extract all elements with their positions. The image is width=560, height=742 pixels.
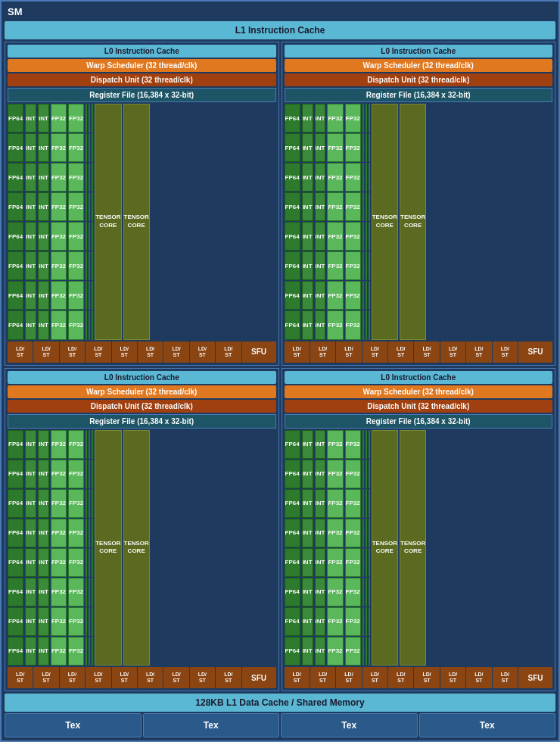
tex-cell-2: Tex	[143, 713, 280, 737]
tensor-pair-tl: TENSORCORE TENSORCORE	[95, 104, 140, 340]
dispatch-unit-tr: Dispatch Unit (32 thread/clk)	[285, 73, 553, 86]
fp32-cell: FP32	[68, 251, 84, 280]
int-cell: INT	[25, 251, 36, 280]
int-cell: INT	[25, 192, 36, 221]
fp64-cell: FP64	[8, 192, 23, 221]
register-file-tl: Register File (16,384 x 32-bit)	[8, 88, 276, 102]
l0-cache-br: L0 Instruction Cache	[285, 371, 553, 384]
int-cell: INT	[38, 281, 49, 310]
int-cell: INT	[25, 222, 36, 251]
ld-st-cell: LD/ST	[8, 341, 33, 363]
tensor-core-1-tr: TENSORCORE	[372, 104, 398, 340]
sfu-cell-bl: SFU	[242, 667, 276, 688]
core-area-br: FP64 FP64 FP64 FP64 FP64 FP64 FP64 FP64 …	[285, 430, 553, 666]
fp32-cell: FP32	[68, 192, 84, 221]
core-area-bl: FP64 FP64 FP64 FP64 FP64 FP64 FP64 FP64 …	[8, 430, 276, 666]
ld-st-cell: LD/ST	[190, 341, 215, 363]
fp32-cell: FP32	[68, 104, 84, 132]
green-cell	[92, 104, 93, 132]
green-cell	[89, 192, 90, 221]
green-cell	[86, 310, 87, 339]
dispatch-unit-br: Dispatch Unit (32 thread/clk)	[285, 400, 553, 413]
fp64-cell: FP64	[8, 222, 23, 251]
fp32-cell: FP32	[68, 310, 84, 339]
fp64-cell: FP64	[8, 251, 23, 280]
green-col3-tl	[86, 104, 87, 340]
int-cell: INT	[25, 163, 36, 192]
ld-st-row-tr: LD/ST LD/ST LD/ST LD/ST LD/ST LD/ST LD/S…	[285, 341, 553, 363]
int-cell: INT	[38, 251, 49, 280]
tensor-pair-tr: TENSORCORE TENSORCORE	[372, 104, 417, 340]
ld-st-row-br: LD/ST LD/ST LD/ST LD/ST LD/ST LD/ST LD/S…	[285, 667, 553, 688]
tensor-core-2-tr: TENSORCORE	[400, 104, 426, 340]
sfu-cell-tr: SFU	[518, 341, 552, 363]
int-cell: INT	[38, 222, 49, 251]
green-cell	[86, 133, 87, 162]
int-col1-tl: INT INT INT INT INT INT INT INT	[25, 104, 36, 340]
green-cell	[86, 192, 87, 221]
green-cell	[92, 251, 93, 280]
green-cell	[89, 251, 90, 280]
tensor-core-2-bl: TENSORCORE	[123, 430, 150, 666]
tex-cell-1: Tex	[5, 713, 142, 737]
int-col2-tl: INT INT INT INT INT INT INT INT	[38, 104, 49, 340]
green-col4-tl	[89, 104, 90, 340]
bottom-bar: 128KB L1 Data Cache / Shared Memory Tex …	[5, 694, 555, 737]
green-cell	[89, 310, 90, 339]
warp-scheduler-bl: Warp Scheduler (32 thread/clk)	[8, 385, 276, 398]
ld-st-cell: LD/ST	[33, 341, 58, 363]
tensor-core-1-br: TENSORCORE	[372, 430, 398, 666]
fp64-cell: FP64	[8, 133, 23, 162]
fp32-cell: FP32	[68, 133, 84, 162]
fp32-cell: FP32	[51, 251, 67, 280]
register-file-br: Register File (16,384 x 32-bit)	[285, 414, 553, 429]
green-cell	[89, 163, 90, 192]
ld-st-row-tl: LD/ST LD/ST LD/ST LD/ST LD/ST LD/ST LD/S…	[8, 341, 276, 363]
fp32-cell: FP32	[68, 222, 84, 251]
dispatch-unit-tl: Dispatch Unit (32 thread/clk)	[8, 73, 276, 86]
core-area-tr: FP64 FP64 FP64 FP64 FP64 FP64 FP64 FP64 …	[285, 104, 553, 340]
l0-cache-tr: L0 Instruction Cache	[285, 45, 553, 58]
sub-unit-top-left: L0 Instruction Cache Warp Scheduler (32 …	[5, 42, 279, 366]
warp-scheduler-br: Warp Scheduler (32 thread/clk)	[285, 385, 553, 398]
fp64-cell: FP64	[8, 281, 23, 310]
tensor-core-1-bl: TENSORCORE	[95, 430, 121, 666]
fp32-cell: FP32	[51, 192, 67, 221]
green-cell	[86, 163, 87, 192]
fp32-col2-tl: FP32 FP32 FP32 FP32 FP32 FP32 FP32 FP32	[68, 104, 84, 340]
warp-scheduler-tl: Warp Scheduler (32 thread/clk)	[8, 59, 276, 72]
fp32-cell: FP32	[51, 281, 67, 310]
ld-st-cell: LD/ST	[138, 341, 163, 363]
ld-st-cell: LD/ST	[86, 341, 110, 363]
l1-data-cache: 128KB L1 Data Cache / Shared Memory	[5, 694, 555, 712]
fp32-cell: FP32	[51, 133, 67, 162]
int-cell: INT	[25, 281, 36, 310]
green-cell	[92, 222, 93, 251]
sub-unit-bottom-left: L0 Instruction Cache Warp Scheduler (32 …	[5, 368, 279, 692]
sub-unit-top-right: L0 Instruction Cache Warp Scheduler (32 …	[282, 42, 556, 366]
green-cell	[92, 133, 93, 162]
ld-st-cell: LD/ST	[60, 341, 85, 363]
sfu-cell-br: SFU	[518, 667, 552, 688]
fp32-cell: FP32	[51, 222, 67, 251]
int-cell: INT	[38, 163, 49, 192]
tensor-core-2-tl: TENSORCORE	[123, 104, 150, 340]
fp64-cell: FP64	[8, 310, 23, 339]
tensor-core-2-br: TENSORCORE	[400, 430, 426, 666]
green-cell	[86, 251, 87, 280]
ld-st-cell: LD/ST	[216, 341, 241, 363]
register-file-bl: Register File (16,384 x 32-bit)	[8, 414, 276, 429]
int-cell: INT	[25, 310, 36, 339]
ld-st-cell: LD/ST	[112, 341, 137, 363]
green-cell	[89, 104, 90, 132]
tex-cell-4: Tex	[419, 713, 556, 737]
warp-scheduler-tr: Warp Scheduler (32 thread/clk)	[285, 59, 553, 72]
green-cell	[92, 163, 93, 192]
fp64-col-tl: FP64 FP64 FP64 FP64 FP64 FP64 FP64 FP64	[8, 104, 23, 340]
int-cell: INT	[38, 104, 49, 132]
quad-grid: L0 Instruction Cache Warp Scheduler (32 …	[5, 42, 555, 691]
fp64-cell: FP64	[8, 163, 23, 192]
fp32-cell: FP32	[51, 104, 67, 132]
sm-container: SM L1 Instruction Cache L0 Instruction C…	[0, 0, 560, 742]
sub-unit-bottom-right: L0 Instruction Cache Warp Scheduler (32 …	[282, 368, 556, 692]
